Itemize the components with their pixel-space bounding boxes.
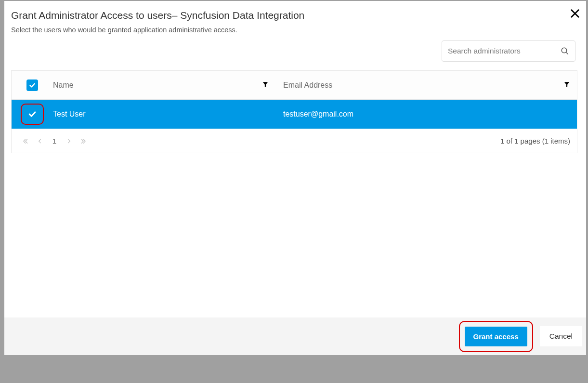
row-email: testuser@gmail.com (283, 110, 577, 119)
search-icon[interactable] (561, 47, 569, 55)
users-table: Name Email Address (11, 70, 577, 153)
column-header-email[interactable]: Email Address (283, 81, 332, 90)
current-page: 1 (47, 137, 62, 145)
first-page-button[interactable] (18, 134, 33, 148)
svg-point-0 (562, 48, 567, 53)
modal-header: Grant Administrator Access to users– Syn… (4, 1, 586, 157)
table-row[interactable]: Test User testuser@gmail.com (12, 100, 577, 129)
last-page-button[interactable] (76, 134, 91, 148)
prev-page-button[interactable] (33, 134, 47, 148)
select-all-checkbox[interactable] (26, 79, 38, 91)
modal-title: Grant Administrator Access to users– Syn… (11, 10, 577, 21)
search-administrators-box[interactable] (442, 40, 575, 62)
close-icon[interactable] (570, 8, 580, 21)
table-header-row: Name Email Address (12, 71, 577, 100)
pagination-info: 1 of 1 pages (1 items) (500, 137, 570, 145)
grant-admin-modal: Grant Administrator Access to users– Syn… (4, 1, 586, 355)
row-checkbox[interactable] (21, 104, 44, 125)
next-page-button[interactable] (62, 134, 76, 148)
grant-access-highlight: Grant access (459, 321, 533, 352)
filter-icon[interactable] (563, 81, 570, 90)
filter-icon[interactable] (262, 81, 269, 90)
cancel-button[interactable]: Cancel (540, 326, 582, 346)
column-header-name[interactable]: Name (53, 81, 74, 90)
modal-footer: Grant access Cancel (4, 317, 586, 355)
pagination-bar: 1 1 of 1 pages (1 items) (12, 129, 577, 153)
search-input[interactable] (448, 47, 558, 55)
row-name: Test User (53, 110, 283, 119)
modal-subtitle: Select the users who would be granted ap… (11, 26, 577, 34)
svg-line-1 (566, 52, 568, 54)
grant-access-button[interactable]: Grant access (465, 327, 527, 346)
